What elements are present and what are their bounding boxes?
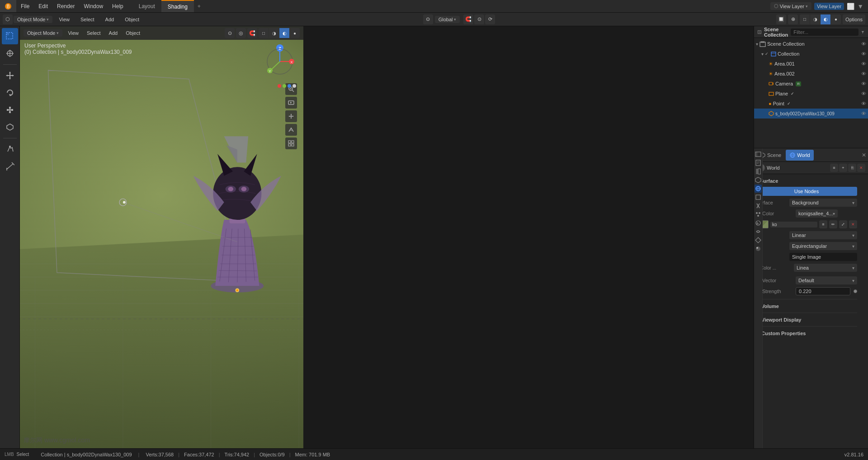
prop-icon-material[interactable]: [755, 245, 762, 253]
linear-dropdown[interactable]: Linear: [789, 231, 857, 239]
outliner-filter-icon[interactable]: [861, 29, 864, 35]
outliner-row-sbody[interactable]: s_body002DynaWax130_009 👁: [754, 109, 868, 119]
move-tool[interactable]: [2, 67, 18, 84]
snap-icon[interactable]: 🧲: [463, 14, 473, 24]
viewport-display-header[interactable]: ▶ Viewport Display: [756, 315, 857, 325]
help-menu[interactable]: Help: [108, 0, 128, 12]
fly-icon[interactable]: [285, 124, 297, 136]
tab-layout[interactable]: Layout: [132, 0, 161, 12]
area002-eye[interactable]: 👁: [861, 71, 866, 76]
collection-eye[interactable]: 👁: [861, 51, 866, 57]
measure-tool[interactable]: [2, 158, 18, 175]
world-del-btn[interactable]: ✕: [857, 164, 865, 172]
cursor-tool[interactable]: [2, 45, 18, 62]
grid-icon[interactable]: [285, 138, 297, 149]
plane-eye[interactable]: 👁: [861, 91, 866, 96]
tab-shading[interactable]: Shading: [161, 0, 194, 12]
outliner-row-plane[interactable]: Plane ✓ 👁: [754, 89, 868, 99]
file-menu[interactable]: File: [16, 0, 34, 12]
vp-view-btn[interactable]: View: [65, 26, 81, 40]
select-tool[interactable]: [2, 28, 18, 44]
viewport-mode-btn[interactable]: Object Mode: [24, 29, 62, 37]
vector-dropdown[interactable]: Default: [796, 276, 857, 285]
img-browse[interactable]: ≡: [819, 220, 827, 228]
transform-tool[interactable]: [2, 119, 18, 135]
annotate-tool[interactable]: [2, 141, 18, 157]
wireframe-btn[interactable]: □: [800, 14, 810, 24]
strength-value[interactable]: 0.220: [796, 287, 850, 295]
sbody-eye[interactable]: 👁: [861, 111, 866, 116]
prop-icon-view-layer[interactable]: [755, 167, 762, 175]
surface-section-header[interactable]: ▾ Surface: [756, 176, 857, 186]
vp-gizmo-btn[interactable]: ◎: [236, 28, 246, 38]
prop-icon-render[interactable]: [755, 150, 762, 158]
proportional-falloff[interactable]: ⟳: [485, 14, 495, 24]
point-eye[interactable]: 👁: [861, 101, 866, 106]
vp-select-btn[interactable]: Select: [84, 26, 104, 40]
vp-overlay-btn[interactable]: ⊙: [225, 28, 235, 38]
world-browse-btn[interactable]: ≡: [830, 164, 838, 172]
color-dropdown[interactable]: konigsallee_4...: [796, 209, 838, 218]
vp-object-btn[interactable]: Object: [123, 26, 143, 40]
object-menu[interactable]: Object: [120, 13, 144, 26]
volume-header[interactable]: ▶ Volume: [756, 301, 857, 311]
options-btn[interactable]: Options: [843, 14, 865, 24]
maximize-btn[interactable]: ⬜: [847, 3, 854, 10]
proportional-edit[interactable]: ⊙: [474, 14, 484, 24]
scale-tool[interactable]: [2, 102, 18, 118]
outliner-row-area002[interactable]: ☀ Area.002 👁: [754, 69, 868, 79]
world-copy-btn[interactable]: ⎘: [848, 164, 856, 172]
outliner-row-point[interactable]: ● Point ✓ 👁: [754, 99, 868, 109]
prop-icon-scene[interactable]: [755, 176, 762, 184]
prop-icon-physics[interactable]: [755, 219, 762, 227]
vp-rendered[interactable]: ●: [290, 28, 300, 38]
colorspace-dropdown[interactable]: Linea: [794, 264, 857, 272]
img-edit[interactable]: ✏: [829, 220, 837, 228]
viewport[interactable]: Object Mode View Select Add Object ⊙ ◎ 🧲…: [20, 26, 303, 448]
prop-icon-constraints[interactable]: [755, 228, 762, 236]
render-menu[interactable]: Render: [52, 0, 79, 12]
add-menu[interactable]: Add: [101, 13, 119, 26]
view-menu[interactable]: View: [54, 13, 74, 26]
tab-world[interactable]: World: [786, 150, 814, 161]
surface-dropdown[interactable]: Background: [789, 199, 857, 207]
edit-menu[interactable]: Edit: [34, 0, 52, 12]
prop-icon-modifiers[interactable]: [755, 202, 762, 210]
prop-close-btn[interactable]: ✕: [862, 152, 866, 158]
window-menu[interactable]: Window: [79, 0, 108, 12]
prop-icon-world[interactable]: [755, 185, 762, 193]
vp-solid[interactable]: ◑: [269, 28, 279, 38]
use-nodes-btn[interactable]: Use Nodes: [756, 187, 857, 196]
blender-menu[interactable]: B: [0, 0, 16, 12]
pan-icon[interactable]: [285, 110, 297, 122]
engine-selector[interactable]: ⬡ View Layer ▾: [770, 2, 811, 10]
area001-eye[interactable]: 👁: [861, 61, 866, 66]
outliner-row-collection[interactable]: ▾ ✓ Collection 👁: [754, 49, 868, 59]
prop-icon-data[interactable]: [755, 236, 762, 244]
filter-icon[interactable]: ▼: [857, 3, 863, 10]
equirect-dropdown[interactable]: Equirectangular: [789, 242, 857, 250]
object-mode-selector[interactable]: Object Mode: [14, 16, 52, 23]
select-menu[interactable]: Select: [76, 13, 99, 26]
prop-icon-object[interactable]: [755, 193, 762, 201]
camera-eye[interactable]: 👁: [861, 81, 866, 86]
outliner-row-camera[interactable]: Camera R 👁: [754, 79, 868, 89]
camera-icon[interactable]: [285, 97, 297, 109]
img-del[interactable]: ✕: [849, 220, 857, 228]
material-btn[interactable]: ◐: [821, 14, 830, 24]
rotate-tool[interactable]: [2, 85, 18, 101]
outliner-search[interactable]: [791, 28, 859, 36]
outliner-row-scene-collection[interactable]: ▾ Scene Collection 👁: [754, 39, 868, 49]
vp-add-btn[interactable]: Add: [106, 26, 121, 40]
add-workspace-tab[interactable]: +: [194, 3, 204, 9]
editor-type[interactable]: 🔲: [776, 14, 786, 24]
vp-snap-btn[interactable]: 🧲: [247, 28, 257, 38]
vp-wireframe[interactable]: □: [259, 28, 269, 38]
outliner-row-area001[interactable]: ☀ Area.001 👁: [754, 59, 868, 69]
solid-btn[interactable]: ◑: [810, 14, 820, 24]
world-new-btn[interactable]: +: [839, 164, 847, 172]
scene-collection-eye[interactable]: 👁: [861, 41, 866, 47]
prop-icon-particles[interactable]: [755, 210, 762, 218]
img-link[interactable]: ⤢: [839, 220, 847, 228]
global-selector[interactable]: Global: [435, 16, 460, 23]
